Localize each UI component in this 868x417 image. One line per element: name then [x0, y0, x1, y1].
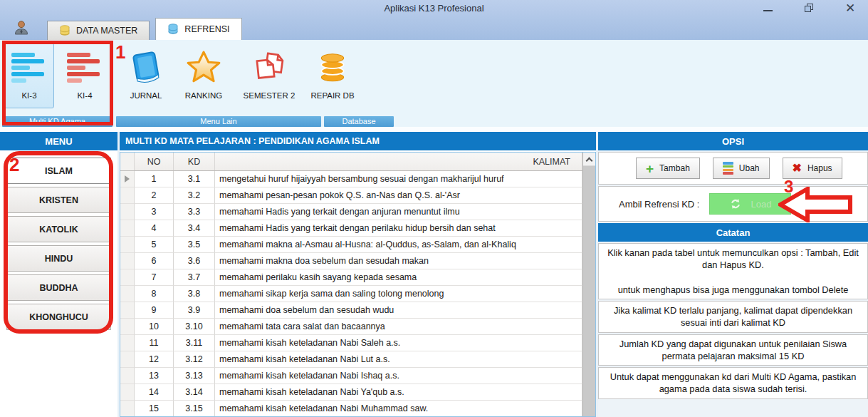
- table-row[interactable]: 2 3.2 memahami pesan-pesan pokok Q.S. an…: [120, 187, 582, 204]
- cell-kd: 3.13: [174, 368, 215, 384]
- table-row[interactable]: 13 3.13 memahami kisah keteladanan Nabi …: [120, 368, 582, 384]
- row-selector-cell[interactable]: [120, 253, 135, 269]
- window-title: Aplikasi K13 Profesional: [0, 3, 868, 14]
- table-row[interactable]: 3 3.3 memahami Hadis yang terkait dengan…: [120, 204, 582, 220]
- tambah-button[interactable]: + Tambah: [636, 158, 700, 179]
- tab-data-master[interactable]: DATA MASTER: [47, 21, 150, 40]
- cell-no: 10: [135, 319, 174, 335]
- ubah-button[interactable]: Ubah: [713, 158, 770, 179]
- table-panel: MULTI KD MATA PELAJARAN : PENDIDIKAN AGA…: [120, 132, 596, 417]
- ribbon-button-jurnal[interactable]: JURNAL: [121, 43, 171, 108]
- row-selector-cell[interactable]: [120, 319, 135, 335]
- refresh-icon: [729, 197, 742, 210]
- column-header-kalimat[interactable]: KALIMAT: [215, 153, 582, 170]
- ribbon-button-repairdb[interactable]: REPAIR DB: [303, 43, 362, 108]
- row-selector-cell[interactable]: [120, 220, 135, 237]
- ribbon-button-semester2[interactable]: SEMESTER 2: [236, 43, 302, 108]
- table-scrollbar[interactable]: [582, 153, 595, 416]
- table-row[interactable]: 8 3.8 memahami sikap kerja sama dan sali…: [120, 286, 582, 302]
- cell-no: 6: [135, 253, 174, 269]
- plus-icon: +: [646, 162, 654, 175]
- cell-kd: 3.14: [174, 384, 215, 401]
- catatan-note: Klik kanan pada tabel untuk memunculkan …: [598, 243, 868, 299]
- cell-kd: 3.1: [174, 171, 215, 187]
- scrollbar-up-button[interactable]: [583, 153, 595, 166]
- cell-kalimat: memahami makna al-Asmau al-Husna: al-Qud…: [215, 237, 582, 253]
- table-header-row: NO KD KALIMAT: [120, 153, 582, 171]
- table-row[interactable]: 1 3.1 mengetahui huruf hijaiyyah bersamb…: [120, 171, 582, 187]
- table-row[interactable]: 11 3.11 memahami kisah keteladanan Nabi …: [120, 335, 582, 351]
- column-header-no[interactable]: NO: [135, 153, 174, 170]
- cell-kd: 3.5: [174, 237, 215, 253]
- row-selector-cell[interactable]: [120, 302, 135, 319]
- annotation-number-2: 2: [9, 155, 19, 174]
- restore-icon: [805, 4, 813, 12]
- ribbon-button-label: RANKING: [185, 91, 222, 100]
- sidebar-header: MENU: [0, 132, 117, 150]
- table-row[interactable]: 7 3.7 memahami perilaku kasih sayang kep…: [120, 269, 582, 286]
- row-selector-cell[interactable]: [120, 171, 135, 187]
- cell-no: 3: [135, 204, 174, 220]
- catatan-note: Jumlah KD yang dapat digunakan untuk pen…: [598, 334, 868, 366]
- ribbon-button-ranking[interactable]: RANKING: [175, 43, 232, 108]
- ribbon-button-label: SEMESTER 2: [244, 91, 296, 100]
- cell-no: 12: [135, 351, 174, 368]
- row-selector-cell[interactable]: [120, 269, 135, 286]
- table-row[interactable]: 14 3.14 memahami kisah keteladanan Nabi …: [120, 384, 582, 401]
- row-selector-cell[interactable]: [120, 187, 135, 204]
- row-selector-cell[interactable]: [120, 204, 135, 220]
- row-selector-cell[interactable]: [120, 335, 135, 351]
- annotation-rect-2: [4, 151, 113, 334]
- catatan-header: Catatan: [598, 223, 868, 242]
- ribbon: KI-3 KI-4: [0, 40, 868, 127]
- table-row[interactable]: 5 3.5 memahami makna al-Asmau al-Husna: …: [120, 237, 582, 253]
- chevron-up-icon: [586, 157, 593, 164]
- close-button[interactable]: ✕: [842, 1, 858, 14]
- cell-kalimat: memahami doa sebelum dan sesudah wudu: [215, 302, 582, 319]
- cell-kd: 3.7: [174, 269, 215, 286]
- table-body: 1 3.1 mengetahui huruf hijaiyyah bersamb…: [120, 171, 582, 417]
- cell-kd: 3.6: [174, 253, 215, 269]
- row-selector-cell[interactable]: [120, 286, 135, 302]
- restore-button[interactable]: [801, 1, 817, 14]
- row-selector-cell[interactable]: [120, 368, 135, 384]
- cell-kalimat: memahami sikap kerja sama dan saling tol…: [215, 286, 582, 302]
- table-row[interactable]: 9 3.9 memahami doa sebelum dan sesudah w…: [120, 302, 582, 319]
- cell-no: 11: [135, 335, 174, 351]
- table-title: MULTI KD MATA PELAJARAN : PENDIDIKAN AGA…: [120, 132, 596, 150]
- semester2-pages-icon: [251, 49, 287, 86]
- cell-no: 13: [135, 368, 174, 384]
- ribbon-button-label: REPAIR DB: [310, 91, 354, 100]
- cell-kalimat: memahami kisah keteladanan Nabi Saleh a.…: [215, 335, 582, 351]
- cell-no: 5: [135, 237, 174, 253]
- column-header-kd[interactable]: KD: [174, 153, 215, 170]
- tab-label: DATA MASTER: [76, 26, 137, 36]
- table-row[interactable]: 6 3.6 memahami makna doa sebelum dan ses…: [120, 253, 582, 269]
- cell-kalimat: memahami kisah keteladanan Nabi Ishaq a.…: [215, 368, 582, 384]
- table-row[interactable]: 15 3.15 memahami kisah keteladanan Nabi …: [120, 401, 582, 417]
- row-selector-cell[interactable]: [120, 351, 135, 368]
- user-icon[interactable]: [13, 19, 30, 36]
- cell-kd: 3.8: [174, 286, 215, 302]
- minimize-button[interactable]: [760, 1, 775, 14]
- table-row[interactable]: 10 3.10 memahami tata cara salat dan bac…: [120, 319, 582, 335]
- load-label: Load: [751, 199, 771, 210]
- cell-kalimat: memahami Hadis yang terkait dengan peril…: [215, 220, 582, 237]
- cell-no: 2: [135, 187, 174, 204]
- title-bar: Aplikasi K13 Profesional ✕: [0, 0, 868, 16]
- cell-kalimat: memahami kisah keteladanan Nabi Ya'qub a…: [215, 384, 582, 401]
- cell-no: 14: [135, 384, 174, 401]
- cell-no: 15: [135, 401, 174, 417]
- table-row[interactable]: 12 3.12 memahami kisah keteladanan Nabi …: [120, 351, 582, 368]
- hapus-button[interactable]: ✖ Hapus: [783, 158, 842, 179]
- cell-kalimat: memahami perilaku kasih sayang kepada se…: [215, 269, 582, 286]
- row-selector-cell[interactable]: [120, 384, 135, 401]
- row-selector-cell[interactable]: [120, 401, 135, 417]
- tambah-label: Tambah: [659, 163, 690, 173]
- tab-refrensi[interactable]: REFRENSI: [155, 18, 241, 40]
- content-area: MENU ISLAM KRISTEN KATOLIK: [0, 132, 868, 417]
- ranking-star-icon: [186, 49, 221, 86]
- table-row[interactable]: 4 3.4 memahami Hadis yang terkait dengan…: [120, 220, 582, 237]
- row-selector-cell[interactable]: [120, 237, 135, 253]
- cell-no: 9: [135, 302, 174, 319]
